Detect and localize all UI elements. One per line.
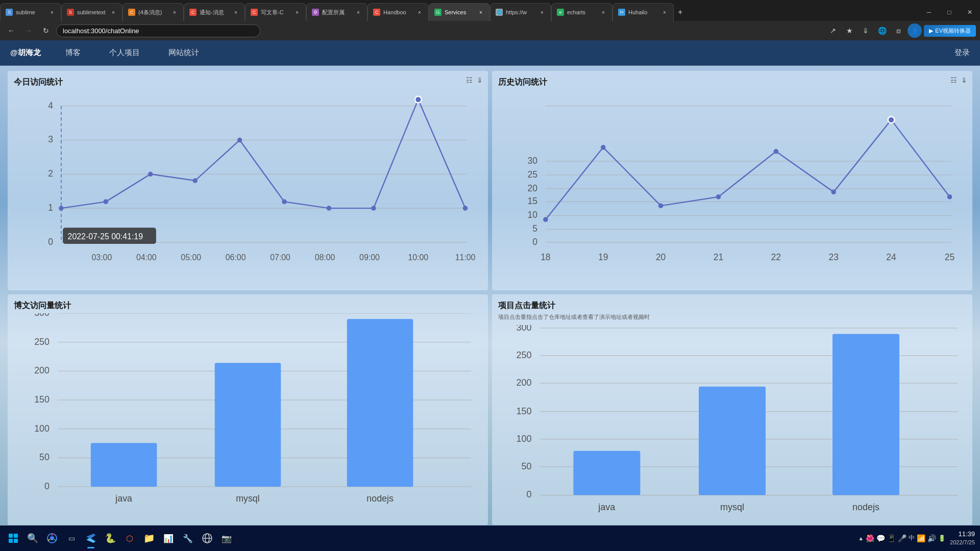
tab-8-services[interactable]: G Services × (429, 3, 490, 21)
address-input[interactable] (56, 24, 260, 37)
svg-point-60 (831, 190, 836, 195)
svg-point-59 (774, 149, 779, 154)
chrome-taskbar-button[interactable] (44, 530, 60, 546)
tray-mic[interactable]: 🎤 (898, 534, 906, 542)
blog-visits-title: 博文访问量统计 (14, 300, 482, 311)
browser-icon[interactable]: 🌐 (875, 23, 889, 38)
tab-2[interactable]: S sublimetext × (61, 3, 122, 21)
today-visits-title: 今日访问统计 (14, 77, 482, 88)
svg-text:11:00: 11:00 (455, 253, 476, 262)
svg-text:10:00: 10:00 (408, 253, 428, 262)
tray-arrow[interactable]: ▲ (858, 535, 864, 541)
battery-icon: 🔋 (938, 535, 946, 542)
today-visits-chart: 4 3 2 1 0 03:00 04:00 05:00 06:00 07:00 … (14, 90, 482, 277)
svg-text:25: 25 (528, 169, 537, 180)
svg-point-22 (192, 178, 198, 183)
terminal-taskbar-button[interactable]: ▭ (63, 530, 80, 546)
ev-icon: ▶ (929, 28, 933, 34)
nav-stats[interactable]: 网站统计 (164, 46, 203, 60)
tab-11[interactable]: H Huhailo × (612, 3, 674, 21)
svg-point-26 (371, 206, 376, 211)
tab-3[interactable]: C (4条消息) × (122, 3, 184, 21)
svg-text:0: 0 (532, 237, 537, 247)
explorer-taskbar-button[interactable]: 📁 (141, 530, 157, 546)
refresh-button[interactable]: ↻ (39, 23, 53, 38)
svg-point-25 (327, 206, 332, 211)
table-icon-history[interactable]: ☷ (950, 76, 957, 84)
address-bar: ← → ↻ ↗ ★ ⇓ 🌐 ⧈ 👤 ▶ EV视频转换器 (0, 21, 980, 40)
svg-text:06:00: 06:00 (226, 253, 246, 262)
svg-point-21 (148, 172, 153, 177)
svg-text:250: 250 (34, 336, 50, 346)
tray-icon-1: 🌺 (866, 534, 874, 542)
tab-bar: S sublime × S sublimetext × C (4条消息) × C… (0, 0, 980, 21)
download-icon-today[interactable]: ⇓ (477, 76, 483, 84)
nav-blog[interactable]: 博客 (61, 46, 85, 60)
tab-6[interactable]: ⚙ 配置所属 × (306, 3, 368, 21)
svg-point-57 (658, 204, 664, 209)
share-icon[interactable]: ↗ (826, 23, 840, 38)
volume-icon[interactable]: 🔊 (927, 534, 936, 542)
search-taskbar-button[interactable]: 🔍 (24, 530, 41, 546)
tab-5[interactable]: C 写文章-C × (245, 3, 306, 21)
close-button[interactable]: ✕ (960, 3, 980, 21)
tab-9[interactable]: 🌐 https://w × (490, 3, 551, 21)
toolbar-right: ↗ ★ ⇓ 🌐 ⧈ 👤 ▶ EV视频转换器 (826, 23, 976, 38)
time-display: 11:39 (950, 530, 975, 539)
bookmark-icon[interactable]: ★ (842, 23, 856, 38)
new-tab-button[interactable]: + (674, 3, 687, 21)
restore-button[interactable]: □ (939, 3, 960, 21)
browser2-taskbar-button[interactable] (199, 530, 215, 546)
app-navigation: @胡海龙 博客 个人项目 网站统计 登录 (0, 40, 980, 66)
svg-text:07:00: 07:00 (270, 253, 290, 262)
svg-point-62 (947, 194, 952, 199)
svg-text:25: 25 (945, 252, 954, 262)
forward-button[interactable]: → (21, 23, 36, 38)
tab-7[interactable]: C Handboo × (368, 3, 429, 21)
user-icon[interactable]: 👤 (908, 23, 922, 38)
sublime-taskbar-button[interactable]: ⬡ (121, 530, 138, 546)
start-button[interactable] (5, 530, 21, 546)
project-clicks-panel: 项目点击量统计 项目点击量指点击了仓库地址或者查看了演示地址或者视频时 0 50… (492, 294, 972, 525)
excel-taskbar-button[interactable]: 📊 (160, 530, 177, 546)
network-icon[interactable]: 📶 (917, 534, 925, 542)
camera-taskbar-button[interactable]: 📷 (218, 530, 235, 546)
tab-10[interactable]: e echarts × (551, 3, 612, 21)
ev-converter-button[interactable]: ▶ EV视频转换器 (924, 25, 976, 37)
nav-login[interactable]: 登录 (954, 48, 970, 58)
svg-rect-105 (9, 539, 13, 543)
chart-icons-history: ☷ ⇓ (950, 76, 967, 84)
minimize-button[interactable]: ─ (919, 3, 939, 21)
download-icon[interactable]: ⇓ (859, 23, 873, 38)
history-visits-chart: 0 5 10 15 20 25 30 18 19 20 21 22 23 24 … (498, 90, 966, 277)
svg-point-55 (543, 217, 548, 222)
svg-text:50: 50 (39, 452, 50, 462)
lang-indicator[interactable]: 中 (909, 534, 915, 542)
history-visits-panel: 历史访问统计 ☷ ⇓ 0 5 10 15 20 25 (492, 71, 972, 290)
download-icon-history[interactable]: ⇓ (961, 76, 967, 84)
tray-icon-3: 📱 (887, 534, 896, 542)
svg-point-23 (237, 138, 242, 143)
extension-icon[interactable]: ⧈ (891, 23, 905, 38)
taskbar-time[interactable]: 11:39 2022/7/25 (950, 530, 975, 547)
back-button[interactable]: ← (4, 23, 18, 38)
svg-text:mysql: mysql (720, 502, 744, 512)
tab-1[interactable]: S sublime × (0, 3, 61, 21)
svg-text:30: 30 (528, 156, 538, 166)
svg-point-28 (463, 206, 468, 211)
vscode-taskbar-button[interactable] (83, 530, 99, 546)
svg-text:300: 300 (34, 313, 50, 318)
tab-4[interactable]: C 通知-消息 × (184, 3, 245, 21)
svg-point-20 (104, 199, 109, 205)
table-icon-today[interactable]: ☷ (466, 76, 473, 84)
svg-text:09:00: 09:00 (359, 253, 380, 262)
pycharm-taskbar-button[interactable]: 🐍 (102, 530, 118, 546)
svg-text:24: 24 (886, 252, 896, 262)
svg-text:mysql: mysql (236, 493, 259, 504)
svg-text:04:00: 04:00 (136, 253, 157, 262)
settings-taskbar-button[interactable]: 🔧 (180, 530, 196, 546)
nav-projects[interactable]: 个人项目 (105, 46, 144, 60)
svg-rect-104 (14, 534, 18, 538)
project-clicks-chart: 0 50 100 150 200 250 300 java mysql node… (498, 325, 966, 523)
svg-text:50: 50 (521, 461, 531, 471)
